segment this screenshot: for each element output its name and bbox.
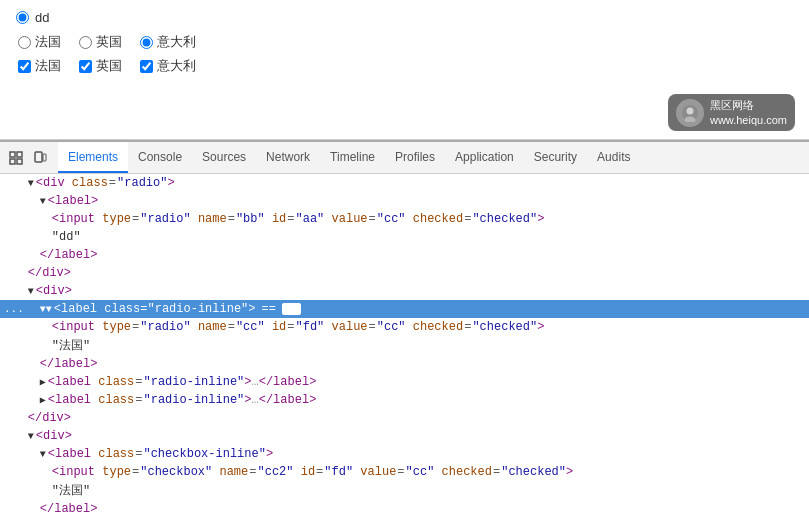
checkbox-item-france: 法国	[18, 57, 61, 75]
radio-italy[interactable]	[140, 36, 153, 49]
dots-btn-4	[4, 231, 24, 243]
svg-rect-7	[35, 152, 42, 162]
watermark-box: 黑区网络 www.heiqu.com	[668, 94, 795, 131]
checkbox-row: 法国 英国 意大利	[18, 57, 793, 75]
checkbox-item-italy: 意大利	[140, 57, 196, 75]
code-line-13: <label class="radio-inline">…</label>	[0, 391, 809, 409]
checkbox-uk-label: 英国	[96, 57, 122, 75]
tab-elements[interactable]: Elements	[58, 142, 128, 173]
watermark-site: www.heiqu.com	[710, 113, 787, 127]
dots-btn-6	[4, 267, 24, 279]
code-line-14: </div>	[0, 409, 809, 427]
code-line-5: </label>	[0, 246, 809, 264]
devtools-panel: Elements Console Sources Network Timelin…	[0, 140, 809, 520]
code-line-8: ... ▼ <label class="radio-inline">==$0	[0, 300, 809, 318]
code-line-7: <div>	[0, 282, 809, 300]
dd-radio[interactable]	[16, 11, 29, 24]
watermark-text: 黑区网络 www.heiqu.com	[710, 98, 787, 127]
tab-security[interactable]: Security	[524, 142, 587, 173]
watermark-icon	[676, 99, 704, 127]
checkbox-uk[interactable]	[79, 60, 92, 73]
tab-audits[interactable]: Audits	[587, 142, 640, 173]
triangle-15[interactable]	[28, 431, 34, 442]
triangle-12[interactable]	[40, 376, 46, 388]
dots-btn-12	[4, 376, 24, 388]
code-line-3: <input type="radio" name="bb" id="aa" va…	[0, 210, 809, 228]
watermark-brand: 黑区网络	[710, 98, 787, 112]
checkbox-france-label: 法国	[35, 57, 61, 75]
watermark: 黑区网络 www.heiqu.com	[668, 94, 795, 131]
devtools-icon-group	[6, 148, 50, 168]
dots-btn-16	[4, 448, 24, 460]
code-line-16: <label class="checkbox-inline">	[0, 445, 809, 463]
dd-radio-group: dd	[16, 10, 793, 25]
dots-btn-7	[4, 285, 24, 297]
dots-btn-14	[4, 412, 24, 424]
code-line-10: "法国"	[0, 336, 809, 355]
code-line-11: </label>	[0, 355, 809, 373]
code-line-12: <label class="radio-inline">…</label>	[0, 373, 809, 391]
radio-item-italy: 意大利	[140, 33, 196, 51]
radio-italy-label: 意大利	[157, 33, 196, 51]
svg-rect-5	[10, 159, 15, 164]
checkbox-italy[interactable]	[140, 60, 153, 73]
dots-btn-15	[4, 430, 24, 442]
tab-network[interactable]: Network	[256, 142, 320, 173]
code-line-9: <input type="radio" name="cc" id="fd" va…	[0, 318, 809, 336]
radio-item-france: 法国	[18, 33, 61, 51]
code-line-4: "dd"	[0, 228, 809, 246]
radio-uk-label: 英国	[96, 33, 122, 51]
radio-uk[interactable]	[79, 36, 92, 49]
svg-rect-6	[17, 159, 22, 164]
tab-sources[interactable]: Sources	[192, 142, 256, 173]
dots-btn-5	[4, 249, 24, 261]
dots-btn-13	[4, 394, 24, 406]
tab-console[interactable]: Console	[128, 142, 192, 173]
code-line-18: "法国"	[0, 481, 809, 500]
dd-label: dd	[35, 10, 49, 25]
svg-rect-3	[10, 152, 15, 157]
dots-btn-2	[4, 195, 24, 207]
svg-rect-4	[17, 152, 22, 157]
devtools-tabs: Elements Console Sources Network Timelin…	[58, 142, 640, 173]
content-area: dd 法国 英国 意大利 法国 英国 意大利	[0, 0, 809, 140]
tab-profiles[interactable]: Profiles	[385, 142, 445, 173]
dots-btn-19	[4, 503, 24, 515]
dots-btn-18	[4, 485, 24, 497]
code-line-17: <input type="checkbox" name="cc2" id="fd…	[0, 463, 809, 481]
code-line-2: <label>	[0, 192, 809, 210]
code-line-6: </div>	[0, 264, 809, 282]
dots-btn-9	[4, 321, 24, 333]
triangle-7[interactable]	[28, 286, 34, 297]
code-panel[interactable]: <div class="radio"> <label> <input type=…	[0, 174, 809, 520]
device-icon[interactable]	[30, 148, 50, 168]
tab-application[interactable]: Application	[445, 142, 524, 173]
triangle-1[interactable]	[28, 178, 34, 189]
inspect-icon[interactable]	[6, 148, 26, 168]
tab-timeline[interactable]: Timeline	[320, 142, 385, 173]
dots-btn-1	[4, 177, 24, 189]
code-line-1: <div class="radio">	[0, 174, 809, 192]
radio-france[interactable]	[18, 36, 31, 49]
svg-rect-8	[43, 154, 46, 161]
checkbox-item-uk: 英国	[79, 57, 122, 75]
code-line-15: <div>	[0, 427, 809, 445]
radio-france-label: 法国	[35, 33, 61, 51]
dots-btn-10	[4, 340, 24, 352]
checkbox-france[interactable]	[18, 60, 31, 73]
svg-point-1	[686, 107, 693, 114]
dots-btn-11	[4, 358, 24, 370]
triangle-2[interactable]	[40, 196, 46, 207]
dots-btn-17	[4, 466, 24, 478]
radio-row: 法国 英国 意大利	[18, 33, 793, 51]
triangle-8[interactable]: ▼	[40, 304, 52, 315]
triangle-13[interactable]	[40, 394, 46, 406]
triangle-16[interactable]	[40, 449, 46, 460]
dots-btn-8: ...	[4, 303, 24, 315]
devtools-toolbar: Elements Console Sources Network Timelin…	[0, 142, 809, 174]
code-line-19: </label>	[0, 500, 809, 518]
checkbox-italy-label: 意大利	[157, 57, 196, 75]
radio-item-uk: 英国	[79, 33, 122, 51]
dots-btn-3	[4, 213, 24, 225]
